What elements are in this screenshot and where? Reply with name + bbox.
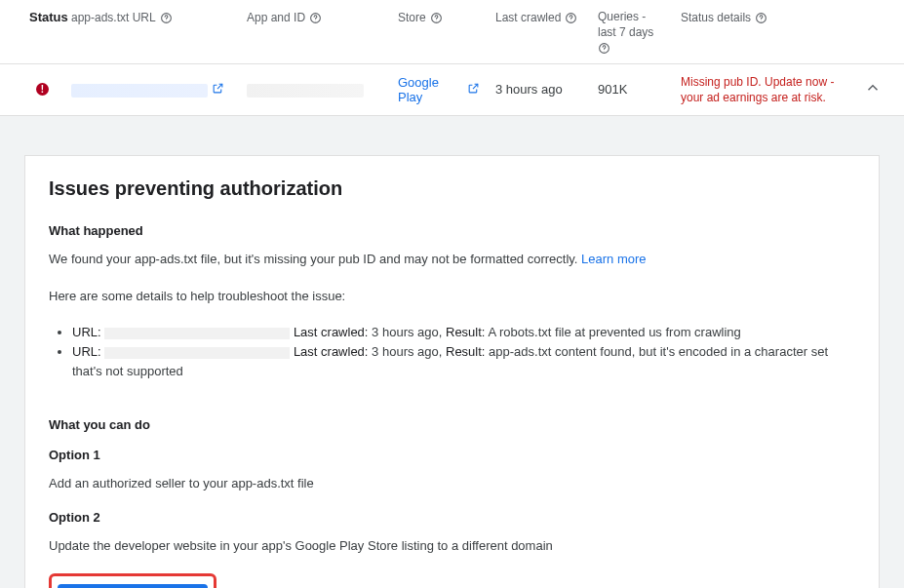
list-item: URL: Last crawled: 3 hours ago, Result: … [72, 342, 855, 381]
col-header-store: Store [398, 11, 443, 26]
heading-option-1: Option 1 [49, 448, 855, 462]
col-header-status: Status [0, 10, 63, 24]
issue-list: URL: Last crawled: 3 hours ago, Result: … [49, 323, 855, 381]
help-icon[interactable] [565, 12, 577, 24]
heading-what-happened: What happened [49, 223, 855, 238]
col-header-url: app-ads.txt URL [71, 11, 173, 26]
heading-what-you-can-do: What you can do [49, 417, 855, 432]
svg-point-11 [761, 20, 762, 21]
details-panel: Issues preventing authorization What hap… [24, 155, 880, 588]
open-in-new-icon [467, 82, 480, 98]
svg-point-1 [166, 20, 167, 21]
store-link[interactable]: Google Play [398, 75, 480, 104]
redacted-url [104, 328, 290, 339]
help-icon[interactable] [755, 12, 767, 24]
cell-queries: 901K [590, 82, 673, 97]
help-icon[interactable] [598, 42, 610, 55]
option-2-text: Update the developer website in your app… [49, 536, 855, 556]
heading-option-2: Option 2 [49, 510, 855, 525]
col-header-queries: Queries - last 7 days [598, 10, 665, 56]
highlight-box: Check for updates [49, 573, 216, 588]
intro-text: We found your app-ads.txt file, but it's… [49, 250, 855, 269]
svg-point-7 [571, 20, 572, 21]
open-in-new-icon[interactable] [212, 83, 224, 98]
panel-title: Issues preventing authorization [49, 177, 855, 200]
col-header-status-details: Status details [681, 11, 767, 26]
list-item: URL: Last crawled: 3 hours ago, Result: … [72, 323, 855, 342]
learn-more-link[interactable]: Learn more [581, 250, 646, 269]
svg-point-3 [315, 20, 316, 21]
table-header: Status app-ads.txt URL App and ID Store … [0, 0, 904, 64]
table-row[interactable]: ! Google Play 3 hours ago 901K Missing p… [0, 64, 904, 116]
redacted-app [247, 84, 364, 98]
col-header-app: App and ID [247, 11, 322, 26]
redacted-url [104, 347, 290, 359]
svg-point-5 [436, 20, 437, 21]
option-1-text: Add an authorized seller to your app-ads… [49, 474, 855, 493]
svg-point-9 [604, 50, 605, 51]
help-icon[interactable] [309, 12, 322, 24]
chevron-up-icon[interactable] [864, 85, 882, 99]
help-icon[interactable] [160, 12, 173, 24]
help-icon[interactable] [430, 12, 443, 24]
alert-icon: ! [36, 83, 49, 96]
col-header-crawl: Last crawled [495, 11, 577, 26]
cell-last-crawled: 3 hours ago [488, 82, 590, 97]
troubleshoot-intro: Here are some details to help troublesho… [49, 287, 855, 306]
redacted-url [71, 84, 208, 98]
cell-status-details: Missing pub ID. Update now - your ad ear… [673, 74, 853, 105]
check-updates-button[interactable]: Check for updates [58, 584, 208, 588]
